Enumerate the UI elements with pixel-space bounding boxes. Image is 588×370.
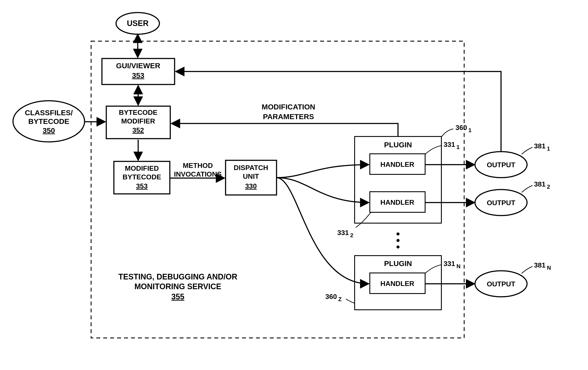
modified-l1: MODIFIED	[125, 164, 159, 172]
output-label-2: OUTPUT	[487, 199, 515, 207]
output-label-n: OUTPUT	[487, 280, 515, 288]
conn-output-gui	[176, 71, 501, 151]
ref-381-2: 3812	[534, 180, 550, 190]
classfiles-l1: CLASSFILES/	[25, 109, 73, 117]
modifier-l2: MODIFIER	[121, 117, 155, 125]
ellipsis-dot	[397, 232, 399, 235]
modifier-ref: 352	[132, 126, 144, 134]
modparams-l2: PARAMETERS	[263, 112, 314, 121]
ref-331-2: 3312	[337, 229, 353, 239]
leader-381-1	[522, 147, 533, 154]
leader-381-n	[522, 266, 533, 273]
dispatch-l2: UNIT	[243, 172, 259, 180]
ref-381-n: 381N	[534, 261, 551, 271]
modified-ref: 353	[136, 182, 147, 190]
ref-360-z: 360Z	[325, 293, 342, 302]
service-ref: 355	[171, 292, 184, 301]
classfiles-l2: BYTECODE	[28, 117, 69, 125]
dispatch-l1: DISPATCH	[234, 164, 268, 171]
method-inv-l2: INVOCATIONS	[174, 170, 222, 178]
conn-plugin-modifier	[171, 123, 398, 136]
leader-381-2	[522, 185, 533, 192]
modifier-l1: BYTECODE	[119, 109, 158, 116]
service-l1: TESTING, DEBUGGING AND/OR	[118, 272, 238, 281]
ellipsis-dot	[397, 245, 399, 249]
diagram-canvas: USER CLASSFILES/ BYTECODE 350 GUI/VIEWER…	[0, 0, 588, 370]
ref-331-1: 3311	[443, 140, 460, 150]
dispatch-ref: 330	[245, 182, 257, 190]
guiviewer-title: GUI/VIEWER	[116, 61, 160, 70]
leader-360-1	[441, 129, 453, 137]
leader-360-z	[346, 299, 355, 303]
plugin-label-z: PLUGIN	[384, 259, 412, 268]
modified-l2: BYTECODE	[123, 173, 161, 181]
user-label: USER	[127, 19, 148, 28]
handler-label-2: HANDLER	[380, 199, 414, 206]
ref-331-n: 331N	[443, 260, 461, 270]
classfiles-ref: 350	[43, 126, 55, 135]
plugin-label-1: PLUGIN	[384, 140, 412, 149]
ref-381-1: 3811	[534, 142, 550, 152]
ref-360-1: 3601	[455, 124, 472, 133]
ellipsis-dot	[397, 239, 399, 242]
handler-label-n: HANDLER	[380, 280, 414, 288]
service-l2: MONITORING SERVICE	[135, 282, 221, 291]
guiviewer-ref: 353	[132, 71, 145, 80]
output-label-1: OUTPUT	[487, 161, 515, 169]
method-inv-l1: METHOD	[183, 162, 213, 170]
modparams-l1: MODIFICATION	[262, 103, 315, 111]
handler-label-1: HANDLER	[380, 160, 414, 168]
